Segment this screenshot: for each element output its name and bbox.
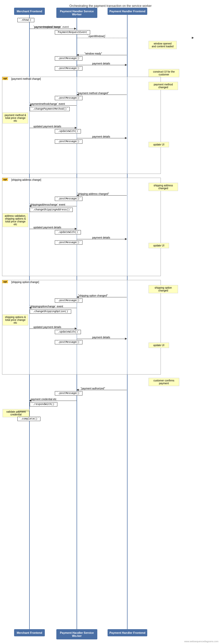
updated-payment-details-1-label: updated payment details — [33, 125, 61, 128]
opt-label-1: opt — [2, 77, 8, 80]
opt-condition-2: [shipping address change] — [11, 178, 41, 181]
change-payment-method-box: `.changePaymentMethod()` — [30, 107, 70, 111]
opt-frame-1: opt [payment method change] — [2, 77, 161, 174]
header-frontend: Payment Handler Frontend — [108, 8, 147, 15]
paymentrequest-event-label: `paymentrequest` event — [33, 26, 60, 28]
post-message-9-box: `.postMessage()` — [55, 391, 82, 396]
payment-details-1-label: payment details — [92, 62, 110, 65]
opt-condition-3: [shipping option change] — [11, 281, 39, 284]
shipping-address-changed-msg: "shipping address changed" — [77, 193, 109, 195]
paymentmethodchange-event-label: `paymentmethodchange` event — [29, 103, 65, 105]
diagram-title: Orchestrating the payment transaction on… — [0, 2, 221, 8]
open-window-label: `.openWindow()` — [87, 35, 106, 38]
header-merchant: Merchant Frontend — [14, 8, 45, 15]
updated-payment-details-2-label: updated payment details — [33, 226, 61, 229]
shipping-option-changed-msg: "shipping option changed" — [78, 294, 108, 297]
open-window-arrowhead — [192, 37, 194, 39]
show-method-box: `.show()` — [17, 18, 34, 22]
shipping-option-changed-note: shipping option changed — [149, 285, 178, 293]
open-window-arrow — [77, 38, 127, 38]
shipping-options-note: shipping options &total price change etc — [3, 314, 28, 325]
address-validation-note: address validation,shipping options &tot… — [3, 213, 28, 227]
post-message-8-box: `.postMessage()` — [55, 340, 82, 344]
opt-label-3: opt — [2, 280, 8, 283]
payment-details-4-arrow — [77, 339, 127, 339]
post-message-7-box: `.postMessage()` — [55, 298, 82, 303]
update-with-1-box: `.updateWith()` — [55, 129, 81, 133]
payment-request-event-box: `PaymentRequestEvent` — [55, 30, 90, 35]
paymentmethodchange-event-arrow — [29, 105, 77, 106]
update-ui-2-note: update UI — [149, 243, 169, 248]
payment-details-1-arrow — [77, 65, 127, 65]
window-ready-arrow — [77, 55, 127, 55]
shipping-option-changed-arrow — [77, 297, 127, 297]
paymentrequest-arrow — [29, 29, 76, 29]
payment-method-total-note: payment method &total price change etc — [3, 112, 28, 123]
post-message-6-box: `.postMessage()` — [55, 240, 82, 245]
shipping-address-changed-note: shipping address changed — [149, 183, 178, 191]
updated-payment-details-1-arrow — [29, 128, 77, 128]
updated-payment-details-2-arrow — [29, 229, 77, 229]
shippingoptionchange-event-label: `shippingoptionchange` event — [29, 305, 63, 308]
updated-payment-details-3-label: updated payment details — [33, 326, 61, 329]
payment-details-2-arrow — [77, 138, 127, 138]
payment-method-changed-arrow — [77, 95, 127, 95]
update-with-2-box: `.updateWith()` — [55, 230, 81, 234]
updated-payment-details-3-arrow — [29, 329, 77, 329]
complete-box: `.complete()` — [17, 417, 40, 421]
payment-details-2-label: payment details — [92, 135, 110, 138]
payment-credential-label: payment credential etc — [31, 398, 57, 401]
payment-details-3-arrow — [77, 239, 127, 239]
opt-condition-1: [payment method change] — [11, 77, 41, 80]
change-shipping-address-box: `.changeShippingAddress()` — [30, 208, 73, 212]
self-loop-bottom — [29, 415, 30, 416]
payment-details-3-label: payment details — [92, 236, 110, 239]
update-ui-1-note: update UI — [149, 142, 169, 147]
construct-ui-note: construct UI for the customer — [149, 69, 179, 77]
payment-method-changed-note: payment method changed — [149, 82, 178, 90]
diagram-container: Orchestrating the payment transaction on… — [0, 0, 221, 644]
opt-label-2: opt — [2, 178, 8, 181]
post-message-5-box: `.postMessage()` — [55, 197, 82, 201]
shippingoptionchange-event-arrow — [29, 308, 77, 308]
change-shipping-option-box: `.changeShippingOption()` — [30, 309, 71, 314]
post-message-4-box: `.postMessage()` — [55, 139, 82, 144]
payment-credential-arrow — [29, 401, 77, 401]
post-message-1-box: `.postMessage()` — [55, 56, 82, 61]
respond-with-box: `.respondWith()` — [30, 402, 57, 406]
update-with-3-box: `.updateWith()` — [55, 330, 81, 334]
payment-authorized-msg: "payment authorized" — [81, 387, 105, 390]
shippingaddresschange-event-arrow — [29, 206, 77, 206]
shippingaddresschange-event-label: `shippingaddresschange` event — [29, 203, 65, 206]
payment-authorized-arrow — [77, 390, 127, 390]
window-ready-label: "window ready" — [85, 52, 102, 55]
update-ui-3-note: update UI — [149, 343, 169, 348]
window-opened-note: window openedand content loaded — [149, 41, 177, 49]
post-message-3-box: `.postMessage()` — [55, 96, 82, 100]
shipping-address-changed-arrow — [77, 195, 127, 196]
payment-method-changed-msg: "payment method changed" — [77, 92, 109, 95]
payment-details-4-label: payment details — [92, 336, 110, 339]
post-message-2-box: `.postMessage()` — [55, 66, 82, 71]
self-loop-top — [18, 411, 29, 416]
customer-confirms-note: customer confirms payment — [149, 378, 179, 386]
watermark: www.websequencediagrams.com — [184, 640, 218, 643]
